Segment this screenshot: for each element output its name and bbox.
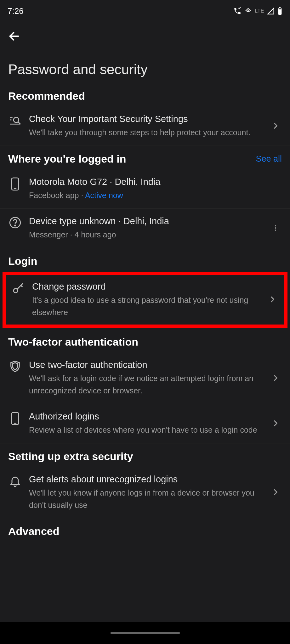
item-sub: It's a good idea to use a strong passwor… [32,294,259,319]
item-title: Get alerts about unrecognized logins [29,473,262,486]
section-2fa-header: Two-factor authentication [0,328,290,353]
where-title: Where you're logged in [8,153,126,165]
chevron-right-icon [269,488,282,496]
back-arrow-icon [8,30,20,42]
item-content: Get alerts about unrecognized logins We'… [29,473,262,511]
sub-active: Active now [85,191,123,200]
shield-icon [8,360,22,373]
check-list-icon [8,114,22,127]
item-content: Motorola Moto G72 · Delhi, India Faceboo… [29,176,282,202]
chevron-right-icon [269,419,282,427]
svg-rect-9 [12,178,19,190]
status-time: 7:26 [8,6,24,16]
get-alerts-item[interactable]: Get alerts about unrecognized logins We'… [0,467,290,519]
item-title: Check Your Important Security Settings [29,113,262,125]
item-title: Authorized logins [29,410,262,423]
chevron-right-icon [269,374,282,382]
screen: 7:26 LTE Password and security Recommend… [0,0,290,622]
phone-icon [8,177,22,191]
login-title: Login [8,255,37,267]
page-title: Password and security [0,50,290,83]
item-content: Use two-factor authentication We'll ask … [29,359,262,397]
battery-icon [277,7,282,15]
wifi-calling-icon [233,7,242,15]
status-icons: LTE [233,7,282,15]
item-sub: Review a list of devices where you won't… [29,424,262,436]
svg-rect-2 [279,8,281,9]
item-title: Use two-factor authentication [29,359,262,371]
item-title: Motorola Moto G72 · Delhi, India [29,176,282,188]
nav-bar [0,622,290,644]
svg-line-18 [21,285,22,287]
wifi-icon [244,7,252,15]
recommended-title: Recommended [8,90,85,102]
bell-icon [8,475,22,487]
device-unknown-item[interactable]: Device type unknown · Delhi, India Messe… [0,209,290,248]
section-advanced-header: Advanced [0,518,290,542]
svg-rect-19 [12,413,19,425]
sub-app: Facebook app · [29,191,85,200]
chevron-right-icon [269,122,282,130]
authorized-logins-item[interactable]: Authorized logins Review a list of devic… [0,404,290,443]
item-content: Change password It's a good idea to use … [32,280,259,319]
advanced-title: Advanced [8,525,60,537]
item-content: Device type unknown · Delhi, India Messe… [29,215,262,241]
check-security-settings-item[interactable]: Check Your Important Security Settings W… [0,107,290,146]
section-login-header: Login [0,248,290,272]
svg-point-6 [14,117,19,123]
highlight-box: Change password It's a good idea to use … [3,272,287,328]
signal-icon [267,7,275,15]
svg-rect-1 [279,7,281,8]
2fa-title: Two-factor authentication [8,336,138,348]
item-sub: Messenger · 4 hours ago [29,229,262,241]
item-sub: We'll ask for a login code if we notice … [29,372,262,397]
more-vertical-icon[interactable] [269,224,282,232]
key-icon [11,282,25,294]
item-sub: We'll take you through some steps to hel… [29,126,262,139]
svg-point-12 [15,225,16,226]
item-sub: We'll let you know if anyone logs in fro… [29,487,262,511]
item-content: Authorized logins Review a list of devic… [29,410,262,436]
use-2fa-item[interactable]: Use two-factor authentication We'll ask … [0,353,290,404]
status-bar: 7:26 LTE [0,0,290,22]
section-where-header: Where you're logged in See all [0,146,290,169]
item-content: Check Your Important Security Settings W… [29,113,262,139]
svg-point-13 [275,225,276,226]
svg-point-16 [14,288,18,292]
svg-point-14 [275,227,276,229]
section-extra-header: Setting up extra security [0,443,290,467]
item-sub: Facebook app · Active now [29,189,282,202]
extra-title: Setting up extra security [8,450,133,463]
header-bar [0,22,290,50]
svg-point-15 [275,230,276,231]
section-recommended-header: Recommended [0,83,290,107]
lte-label: LTE [255,8,264,14]
chevron-right-icon [266,295,279,303]
item-title: Device type unknown · Delhi, India [29,215,262,227]
see-all-link[interactable]: See all [256,154,282,164]
device-motorola-item[interactable]: Motorola Moto G72 · Delhi, India Faceboo… [0,169,290,209]
item-title: Change password [32,280,259,293]
question-circle-icon [8,216,22,229]
phone-icon [8,412,22,425]
change-password-item[interactable]: Change password It's a good idea to use … [6,275,284,325]
home-handle[interactable] [111,632,180,634]
back-button[interactable] [6,28,22,44]
